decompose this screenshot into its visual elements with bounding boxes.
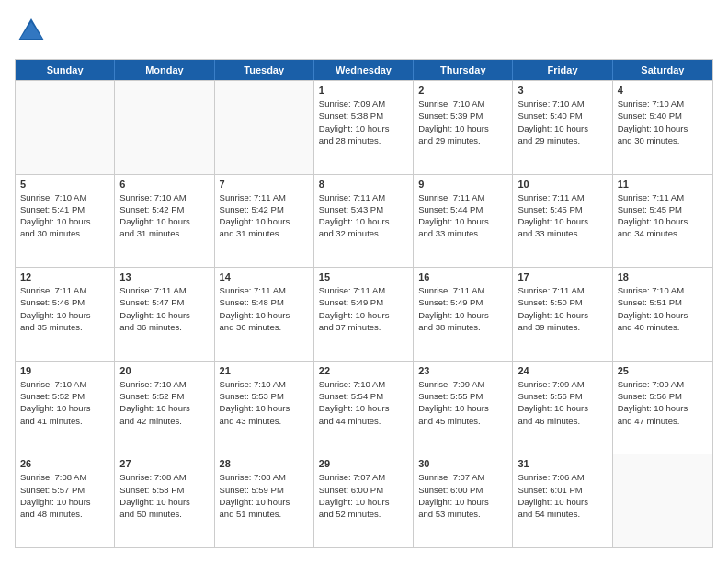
day-number: 19 [20, 365, 109, 376]
day-number: 2 [418, 85, 507, 96]
cell-info-line: Daylight: 10 hours [119, 309, 209, 321]
calendar-cell-0-5: 3Sunrise: 7:10 AMSunset: 5:40 PMDaylight… [513, 81, 612, 174]
day-number: 17 [518, 271, 607, 282]
cell-info-line: and 34 minutes. [618, 227, 708, 239]
calendar-cell-2-2: 14Sunrise: 7:11 AMSunset: 5:48 PMDayligh… [215, 268, 314, 361]
cell-info-line: Daylight: 10 hours [418, 402, 507, 414]
cell-info-line: Sunset: 5:57 PM [20, 484, 109, 496]
cell-info-line: Sunrise: 7:08 AM [119, 471, 209, 483]
cell-info-line: Daylight: 10 hours [119, 496, 209, 508]
cell-info-line: Daylight: 10 hours [618, 122, 708, 134]
calendar: SundayMondayTuesdayWednesdayThursdayFrid… [15, 59, 713, 548]
cell-info-line: Sunset: 5:55 PM [418, 390, 507, 402]
cell-info-line: and 38 minutes. [418, 321, 507, 333]
cell-info-line: Daylight: 10 hours [418, 215, 507, 227]
cell-info-line: and 37 minutes. [319, 321, 408, 333]
calendar-cell-2-1: 13Sunrise: 7:11 AMSunset: 5:47 PMDayligh… [115, 268, 214, 361]
cell-info-line: and 51 minutes. [220, 508, 309, 520]
cell-info-line: Sunrise: 7:09 AM [618, 378, 708, 390]
day-number: 29 [319, 458, 408, 469]
cell-info-line: Sunrise: 7:11 AM [220, 191, 309, 203]
cell-info-line: Sunset: 5:45 PM [618, 203, 708, 215]
day-number: 18 [618, 271, 708, 282]
logo [15, 15, 51, 48]
cell-info-line: Sunrise: 7:11 AM [518, 284, 607, 296]
cell-info-line: and 54 minutes. [518, 508, 607, 520]
header-day-tuesday: Tuesday [215, 60, 314, 80]
day-number: 15 [319, 271, 408, 282]
calendar-row-3: 19Sunrise: 7:10 AMSunset: 5:52 PMDayligh… [16, 361, 712, 454]
day-number: 27 [119, 458, 209, 469]
header-day-monday: Monday [115, 60, 214, 80]
calendar-cell-0-4: 2Sunrise: 7:10 AMSunset: 5:39 PMDaylight… [414, 81, 513, 174]
cell-info-line: Sunset: 5:49 PM [319, 296, 408, 308]
cell-info-line: and 31 minutes. [220, 227, 309, 239]
cell-info-line: Daylight: 10 hours [618, 309, 708, 321]
cell-info-line: Sunset: 6:01 PM [518, 484, 607, 496]
calendar-row-0: 1Sunrise: 7:09 AMSunset: 5:38 PMDaylight… [16, 80, 712, 174]
day-number: 23 [418, 365, 507, 376]
cell-info-line: and 43 minutes. [220, 415, 309, 427]
calendar-cell-2-5: 17Sunrise: 7:11 AMSunset: 5:50 PMDayligh… [513, 268, 612, 361]
cell-info-line: Sunrise: 7:10 AM [20, 191, 109, 203]
day-number: 9 [418, 178, 507, 190]
cell-info-line: Sunrise: 7:09 AM [518, 378, 607, 390]
calendar-cell-3-2: 21Sunrise: 7:10 AMSunset: 5:53 PMDayligh… [215, 362, 314, 454]
cell-info-line: Daylight: 10 hours [319, 122, 408, 134]
cell-info-line: and 50 minutes. [119, 508, 209, 520]
cell-info-line: and 30 minutes. [20, 227, 109, 239]
cell-info-line: and 40 minutes. [618, 321, 708, 333]
calendar-header: SundayMondayTuesdayWednesdayThursdayFrid… [16, 60, 712, 80]
cell-info-line: Sunrise: 7:11 AM [319, 191, 408, 203]
cell-info-line: Sunrise: 7:11 AM [319, 284, 408, 296]
day-number: 26 [20, 458, 109, 469]
cell-info-line: and 29 minutes. [518, 134, 607, 146]
day-number: 28 [220, 458, 309, 469]
cell-info-line: Daylight: 10 hours [319, 496, 408, 508]
cell-info-line: and 42 minutes. [119, 415, 209, 427]
calendar-cell-3-3: 22Sunrise: 7:10 AMSunset: 5:54 PMDayligh… [314, 362, 414, 454]
header-day-saturday: Saturday [613, 60, 712, 80]
cell-info-line: and 46 minutes. [518, 415, 607, 427]
cell-info-line: Sunset: 5:46 PM [20, 296, 109, 308]
day-number: 11 [618, 178, 708, 190]
cell-info-line: and 44 minutes. [319, 415, 408, 427]
cell-info-line: Sunset: 5:41 PM [20, 203, 109, 215]
cell-info-line: Sunset: 5:56 PM [518, 390, 607, 402]
day-number: 1 [319, 85, 408, 96]
cell-info-line: Sunset: 5:40 PM [618, 109, 708, 121]
cell-info-line: Daylight: 10 hours [418, 122, 507, 134]
cell-info-line: and 45 minutes. [418, 415, 507, 427]
calendar-cell-0-3: 1Sunrise: 7:09 AMSunset: 5:38 PMDaylight… [314, 81, 414, 174]
cell-info-line: Daylight: 10 hours [418, 309, 507, 321]
calendar-body: 1Sunrise: 7:09 AMSunset: 5:38 PMDaylight… [16, 80, 712, 547]
day-number: 7 [220, 178, 309, 190]
cell-info-line: Sunrise: 7:08 AM [220, 471, 309, 483]
day-number: 20 [119, 365, 209, 376]
calendar-cell-4-2: 28Sunrise: 7:08 AMSunset: 5:59 PMDayligh… [215, 454, 314, 547]
calendar-cell-0-0 [16, 81, 115, 174]
cell-info-line: Sunset: 6:00 PM [418, 484, 507, 496]
calendar-cell-4-5: 31Sunrise: 7:06 AMSunset: 6:01 PMDayligh… [513, 454, 612, 547]
cell-info-line: Sunset: 5:42 PM [220, 203, 309, 215]
cell-info-line: Daylight: 10 hours [518, 122, 607, 134]
cell-info-line: Daylight: 10 hours [20, 215, 109, 227]
cell-info-line: and 53 minutes. [418, 508, 507, 520]
cell-info-line: Sunset: 5:48 PM [220, 296, 309, 308]
cell-info-line: Sunrise: 7:06 AM [518, 471, 607, 483]
cell-info-line: Sunrise: 7:10 AM [319, 378, 408, 390]
cell-info-line: Sunrise: 7:10 AM [119, 191, 209, 203]
header-day-thursday: Thursday [414, 60, 513, 80]
day-number: 14 [220, 271, 309, 282]
cell-info-line: Sunset: 5:52 PM [20, 390, 109, 402]
logo-icon [15, 15, 48, 48]
day-number: 8 [319, 178, 408, 190]
page: SundayMondayTuesdayWednesdayThursdayFrid… [0, 0, 728, 563]
calendar-cell-4-0: 26Sunrise: 7:08 AMSunset: 5:57 PMDayligh… [16, 454, 115, 547]
calendar-cell-1-4: 9Sunrise: 7:11 AMSunset: 5:44 PMDaylight… [414, 175, 513, 268]
calendar-cell-4-4: 30Sunrise: 7:07 AMSunset: 6:00 PMDayligh… [414, 454, 513, 547]
cell-info-line: Sunrise: 7:07 AM [319, 471, 408, 483]
calendar-cell-4-6 [613, 454, 712, 547]
cell-info-line: Sunrise: 7:10 AM [618, 284, 708, 296]
day-number: 24 [518, 365, 607, 376]
